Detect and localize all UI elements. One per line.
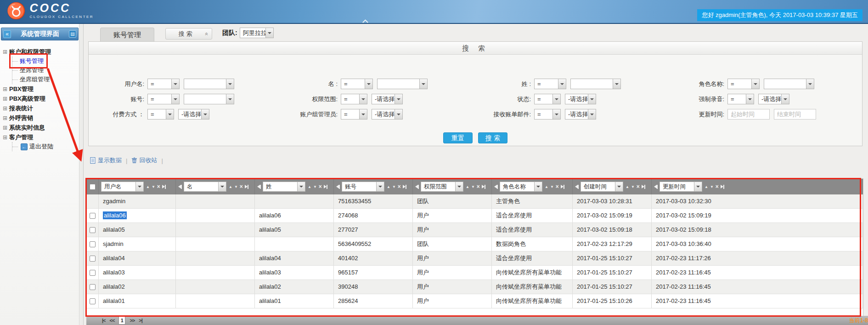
pagination-first-button[interactable]: |< bbox=[102, 318, 106, 323]
sidebar-item-1[interactable]: ⊞PBX管理 bbox=[2, 84, 79, 94]
sidebar-item-5[interactable]: ⊞系统实时信息 bbox=[2, 123, 79, 132]
expand-plus-icon[interactable]: ⊞ bbox=[2, 86, 8, 92]
move-column-right-icon[interactable] bbox=[721, 185, 724, 189]
reset-button[interactable]: 重置 bbox=[443, 132, 473, 143]
move-column-right-icon[interactable] bbox=[245, 185, 248, 189]
value-select[interactable]: -请选择- bbox=[372, 94, 403, 104]
move-column-left-icon[interactable] bbox=[336, 185, 340, 189]
pagination-next-button[interactable]: >> bbox=[130, 318, 135, 323]
sidebar-subitem-坐席管理[interactable]: 坐席管理 bbox=[12, 66, 79, 75]
search-toggle-button[interactable]: 搜 索 » bbox=[165, 28, 212, 40]
sidebar-collapse-icon[interactable]: « bbox=[3, 30, 11, 38]
remove-column-icon[interactable]: × bbox=[716, 184, 719, 189]
column-select[interactable]: 账号 bbox=[342, 182, 384, 192]
sort-desc-icon[interactable]: ▼ bbox=[313, 185, 317, 189]
column-select[interactable]: 姓 bbox=[263, 182, 305, 192]
move-column-left-icon[interactable] bbox=[575, 185, 579, 189]
expand-plus-icon[interactable]: ⊞ bbox=[2, 115, 8, 121]
move-column-right-icon[interactable] bbox=[324, 185, 327, 189]
value-select[interactable]: -请选择- bbox=[565, 109, 596, 120]
column-select[interactable]: 用户名 bbox=[101, 182, 144, 192]
column-select[interactable]: 创建时间 bbox=[581, 182, 623, 192]
remove-column-icon[interactable]: × bbox=[398, 184, 401, 189]
sidebar-panel-icon[interactable]: ▤ bbox=[69, 30, 76, 38]
sort-desc-icon[interactable]: ▼ bbox=[710, 185, 714, 189]
toolbar-link-0[interactable]: 显示数据 bbox=[90, 156, 122, 165]
row-checkbox[interactable] bbox=[90, 241, 96, 247]
remove-column-icon[interactable]: × bbox=[319, 184, 322, 189]
move-column-left-icon[interactable] bbox=[654, 185, 658, 189]
move-column-left-icon[interactable] bbox=[178, 185, 182, 189]
expand-plus-icon[interactable]: ⊞ bbox=[2, 134, 8, 141]
operator-select[interactable]: = bbox=[341, 79, 373, 89]
expand-plus-icon[interactable]: ⊞ bbox=[2, 105, 8, 112]
remove-column-icon[interactable]: × bbox=[477, 184, 480, 189]
sort-desc-icon[interactable]: ▼ bbox=[550, 185, 554, 189]
expand-plus-icon[interactable]: ⊞ bbox=[2, 96, 8, 102]
operator-select[interactable]: = bbox=[534, 94, 561, 104]
sort-asc-icon[interactable]: ▲ bbox=[626, 185, 629, 189]
move-column-right-icon[interactable] bbox=[403, 185, 406, 189]
sort-asc-icon[interactable]: ▲ bbox=[229, 185, 232, 189]
value-select[interactable] bbox=[764, 79, 814, 89]
operator-select[interactable]: = bbox=[534, 109, 561, 120]
value-select[interactable] bbox=[184, 94, 234, 104]
sidebar-item-2[interactable]: ⊞PBX高级管理 bbox=[2, 94, 79, 103]
sort-asc-icon[interactable]: ▲ bbox=[705, 185, 708, 189]
operator-select[interactable]: = bbox=[341, 109, 367, 120]
sort-desc-icon[interactable]: ▼ bbox=[234, 185, 238, 189]
remove-column-icon[interactable]: × bbox=[637, 184, 640, 189]
sidebar-subitem-坐席组管理[interactable]: 坐席组管理 bbox=[12, 75, 79, 84]
remove-column-icon[interactable]: × bbox=[240, 184, 243, 189]
value-select[interactable]: -请选择- bbox=[565, 94, 596, 104]
pagination-prev-button[interactable]: << bbox=[110, 318, 115, 323]
sidebar-item-0[interactable]: ⊞账户和权限管理 bbox=[2, 47, 79, 57]
value-select[interactable] bbox=[570, 79, 621, 89]
column-select[interactable]: 角色名称 bbox=[500, 182, 542, 192]
table-row[interactable]: zgadmin7516353455团队主管角色2017-03-03 10:28:… bbox=[87, 194, 863, 209]
pagination-last-button[interactable]: >| bbox=[139, 318, 142, 323]
row-checkbox[interactable] bbox=[90, 227, 96, 233]
search-button[interactable]: 搜 索 bbox=[478, 132, 507, 143]
move-column-right-icon[interactable] bbox=[642, 185, 645, 189]
remove-column-icon[interactable]: × bbox=[556, 184, 559, 189]
table-row[interactable]: alilala06alilala06274068用户适合坐席使用2017-03-… bbox=[87, 209, 863, 223]
sort-asc-icon[interactable]: ▲ bbox=[146, 185, 150, 189]
value-select[interactable] bbox=[184, 79, 234, 89]
move-column-right-icon[interactable] bbox=[482, 185, 485, 189]
pagination-current-page[interactable]: 1 bbox=[118, 316, 125, 325]
column-select[interactable]: 名 bbox=[184, 182, 226, 192]
operator-select[interactable]: = bbox=[727, 79, 760, 89]
operator-select[interactable]: = bbox=[147, 94, 180, 104]
table-row[interactable]: alilala04alilala04401402用户适合坐席使用2017-01-… bbox=[87, 251, 863, 266]
move-column-right-icon[interactable] bbox=[561, 185, 564, 189]
sort-asc-icon[interactable]: ▲ bbox=[466, 185, 469, 189]
row-checkbox[interactable] bbox=[90, 270, 96, 276]
sort-asc-icon[interactable]: ▲ bbox=[545, 185, 548, 189]
date-start-input[interactable] bbox=[727, 109, 770, 120]
date-end-input[interactable] bbox=[774, 109, 816, 120]
expand-plus-icon[interactable]: ⊞ bbox=[2, 49, 8, 55]
remove-column-icon[interactable]: × bbox=[157, 184, 160, 189]
value-select[interactable]: -请选择- bbox=[178, 109, 209, 120]
tab-account-management[interactable]: 账号管理 bbox=[100, 28, 154, 41]
row-checkbox[interactable] bbox=[90, 284, 96, 290]
sort-desc-icon[interactable]: ▼ bbox=[631, 185, 635, 189]
table-row[interactable]: alilala02alilala02390248用户向传斌坐席所有菜单功能201… bbox=[87, 280, 863, 294]
expand-plus-icon[interactable]: ⊞ bbox=[2, 125, 8, 131]
table-row[interactable]: sjadmin5636409552团队数据岗角色2017-02-23 12:17… bbox=[87, 237, 863, 251]
header-collapse-chevron-icon[interactable] bbox=[363, 19, 367, 23]
column-select[interactable]: 更新时间 bbox=[659, 182, 702, 192]
table-row[interactable]: alilala01alilala01285624用户向传斌坐席所有菜单功能201… bbox=[87, 294, 863, 308]
sort-desc-icon[interactable]: ▼ bbox=[471, 185, 475, 189]
sort-asc-icon[interactable]: ▲ bbox=[308, 185, 311, 189]
operator-select[interactable]: = bbox=[147, 109, 174, 120]
sidebar-scrollbar[interactable] bbox=[79, 24, 83, 325]
value-select[interactable]: -请选择- bbox=[758, 94, 789, 104]
select-all-checkbox[interactable] bbox=[90, 184, 96, 190]
sidebar-item-4[interactable]: ⊞外呼营销 bbox=[2, 113, 79, 123]
move-column-right-icon[interactable] bbox=[162, 185, 166, 189]
move-column-left-icon[interactable] bbox=[415, 185, 419, 189]
operator-select[interactable]: = bbox=[147, 79, 180, 89]
sidebar-item-3[interactable]: ⊞报表统计 bbox=[2, 103, 79, 113]
